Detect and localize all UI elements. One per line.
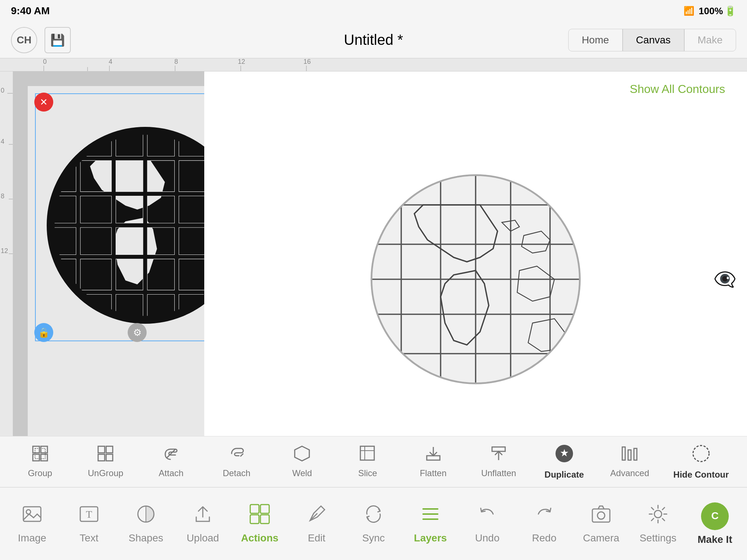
svg-rect-93 bbox=[260, 515, 269, 524]
layers-icon bbox=[420, 504, 441, 529]
redo-icon bbox=[534, 504, 554, 529]
nav-upload[interactable]: Upload bbox=[179, 504, 227, 544]
ungroup-icon bbox=[97, 446, 113, 465]
svg-rect-90 bbox=[250, 505, 259, 513]
nav-actions[interactable]: Actions bbox=[236, 504, 283, 544]
document-title: Untitled * bbox=[344, 32, 403, 48]
lock-handle[interactable]: 🔒 bbox=[34, 323, 53, 342]
shapes-icon bbox=[136, 504, 156, 529]
sync-label: Sync bbox=[362, 532, 385, 544]
image-label: Image bbox=[18, 532, 46, 544]
action-unflatten[interactable]: Unflatten bbox=[477, 446, 520, 478]
nav-edit[interactable]: Edit bbox=[293, 504, 340, 544]
svg-text:8: 8 bbox=[1, 192, 4, 200]
hide-contour-label: Hide Contour bbox=[673, 470, 729, 480]
contour-panel-top: Show All Contours bbox=[204, 71, 747, 107]
duplicate-icon: ★ bbox=[555, 444, 574, 467]
action-detach[interactable]: Detach bbox=[215, 446, 259, 478]
battery-icon: 100% 🔋 bbox=[699, 5, 736, 17]
svg-rect-66 bbox=[98, 446, 105, 453]
svg-marker-71 bbox=[295, 446, 309, 461]
svg-text:★: ★ bbox=[560, 448, 568, 458]
flatten-icon bbox=[425, 446, 441, 465]
action-attach[interactable]: Attach bbox=[149, 446, 193, 478]
shapes-label: Shapes bbox=[129, 532, 163, 544]
attach-label: Attach bbox=[159, 468, 183, 478]
delete-handle[interactable]: ✕ bbox=[34, 93, 53, 112]
ungroup-label: UnGroup bbox=[88, 468, 123, 478]
sync-icon bbox=[363, 504, 384, 529]
nav-image[interactable]: Image bbox=[8, 504, 56, 544]
svg-rect-68 bbox=[98, 454, 105, 461]
status-bar: 9:40 AM 📶 100% 🔋 bbox=[0, 0, 747, 22]
svg-text:16: 16 bbox=[303, 58, 311, 65]
action-duplicate[interactable]: ★ Duplicate bbox=[542, 444, 586, 480]
advanced-label: Advanced bbox=[610, 468, 649, 478]
svg-point-83 bbox=[693, 446, 709, 462]
group-icon bbox=[32, 446, 48, 465]
make-it-label: Make It bbox=[698, 534, 732, 545]
text-label: Text bbox=[80, 532, 98, 544]
nav-undo[interactable]: Undo bbox=[464, 504, 511, 544]
undo-label: Undo bbox=[475, 532, 500, 544]
svg-rect-73 bbox=[365, 451, 374, 460]
svg-text:8: 8 bbox=[174, 58, 178, 65]
nav-make-it[interactable]: C Make It bbox=[691, 502, 739, 545]
unflatten-label: Unflatten bbox=[481, 468, 516, 478]
svg-text:4: 4 bbox=[109, 58, 112, 65]
svg-text:12: 12 bbox=[238, 58, 245, 65]
svg-rect-69 bbox=[106, 454, 113, 461]
camera-icon bbox=[591, 504, 611, 529]
edit-label: Edit bbox=[308, 532, 325, 544]
svg-line-70 bbox=[240, 454, 243, 456]
svg-rect-82 bbox=[634, 448, 637, 460]
make-button[interactable]: Make bbox=[684, 29, 736, 51]
group-label: Group bbox=[28, 468, 52, 478]
edit-handle[interactable]: ⚙ bbox=[128, 323, 147, 342]
wifi-icon: 📶 bbox=[684, 6, 694, 16]
home-button[interactable]: Home bbox=[568, 29, 623, 51]
nav-layers[interactable]: Layers bbox=[407, 504, 454, 544]
svg-rect-80 bbox=[622, 447, 625, 460]
nav-camera[interactable]: Camera bbox=[577, 504, 625, 544]
action-weld[interactable]: Weld bbox=[280, 446, 324, 478]
canvas-button[interactable]: Canvas bbox=[623, 29, 684, 51]
nav-redo[interactable]: Redo bbox=[520, 504, 568, 544]
svg-rect-63 bbox=[33, 454, 39, 461]
advanced-icon bbox=[622, 446, 638, 465]
contour-globe-container bbox=[204, 107, 747, 452]
visibility-icon[interactable]: 👁️‍🗨️ bbox=[713, 269, 736, 290]
action-toolbar: Group UnGroup Attach Detach Weld Slice bbox=[0, 436, 747, 487]
text-icon: T bbox=[79, 504, 99, 529]
status-time: 9:40 AM bbox=[11, 5, 50, 17]
actions-label: Actions bbox=[241, 532, 279, 544]
action-group[interactable]: Group bbox=[18, 446, 62, 478]
horizontal-ruler: 0 4 8 12 16 bbox=[0, 58, 747, 71]
save-button[interactable]: 💾 bbox=[44, 27, 71, 53]
unflatten-icon bbox=[491, 446, 507, 465]
action-flatten[interactable]: Flatten bbox=[411, 446, 455, 478]
action-ungroup[interactable]: UnGroup bbox=[84, 446, 127, 478]
action-slice[interactable]: Slice bbox=[346, 446, 390, 478]
svg-point-85 bbox=[26, 510, 31, 514]
weld-label: Weld bbox=[292, 468, 312, 478]
svg-text:0: 0 bbox=[43, 58, 47, 65]
initials-button[interactable]: CH bbox=[11, 27, 37, 53]
show-all-contours-button[interactable]: Show All Contours bbox=[630, 82, 725, 96]
detach-icon bbox=[229, 446, 245, 465]
nav-settings[interactable]: Settings bbox=[634, 504, 682, 544]
nav-text[interactable]: T Text bbox=[65, 504, 113, 544]
camera-label: Camera bbox=[583, 532, 619, 544]
action-advanced[interactable]: Advanced bbox=[608, 446, 651, 478]
globe-outline-svg bbox=[366, 170, 585, 389]
settings-label: Settings bbox=[639, 532, 676, 544]
svg-rect-91 bbox=[260, 505, 269, 513]
make-it-icon: C bbox=[701, 502, 729, 530]
svg-rect-65 bbox=[35, 448, 45, 459]
svg-rect-62 bbox=[41, 446, 47, 453]
svg-text:0: 0 bbox=[1, 87, 4, 94]
action-hide-contour[interactable]: Hide Contour bbox=[673, 444, 729, 480]
nav-sync[interactable]: Sync bbox=[350, 504, 397, 544]
nav-shapes[interactable]: Shapes bbox=[122, 504, 170, 544]
status-right: 📶 100% 🔋 bbox=[684, 5, 736, 17]
